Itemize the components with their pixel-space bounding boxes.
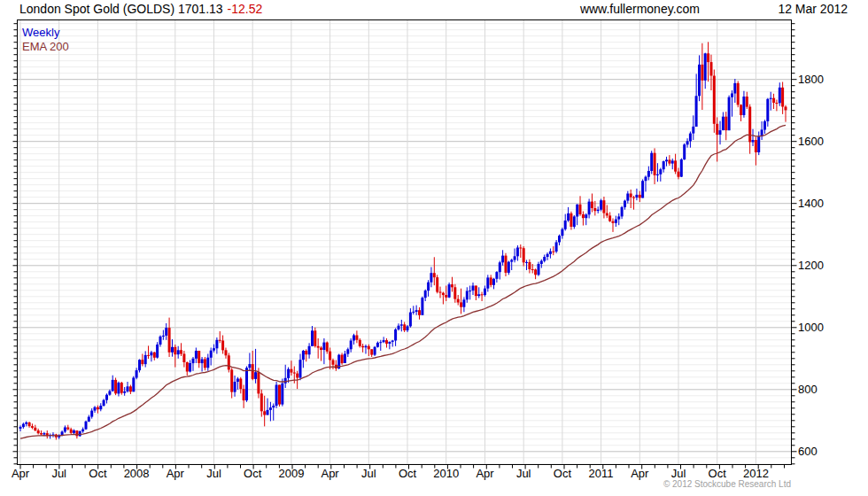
candle-body <box>234 382 236 392</box>
candle-body <box>558 236 561 242</box>
x-axis-label: 2012 <box>743 467 769 480</box>
candle <box>407 325 409 332</box>
candle-body <box>674 160 677 171</box>
candle <box>225 348 228 359</box>
candle <box>120 382 123 395</box>
candle-body <box>383 340 385 342</box>
candle <box>492 278 495 290</box>
candle-body <box>66 428 69 430</box>
candle <box>138 360 141 373</box>
candle <box>564 214 567 231</box>
candle-body <box>326 343 329 352</box>
candle <box>742 91 745 118</box>
candle <box>597 206 600 213</box>
chart-title: London Spot Gold (GOLDS) 1701.13 <box>19 2 223 16</box>
candle <box>516 245 519 261</box>
candle-body <box>221 341 224 351</box>
candle-body <box>499 262 501 272</box>
candle-body <box>424 291 427 298</box>
candle <box>748 105 751 154</box>
candle <box>322 338 325 364</box>
candle <box>165 323 167 340</box>
candle-body <box>505 256 508 273</box>
website-link: www.fullermoney.com <box>579 2 700 16</box>
candle-body <box>64 428 66 432</box>
candle-body <box>418 310 421 315</box>
candle <box>73 430 75 435</box>
candle <box>659 168 662 182</box>
candle <box>174 345 176 368</box>
candle <box>305 349 307 361</box>
candle-body <box>346 349 349 353</box>
candle-body <box>671 160 674 163</box>
candle <box>469 286 471 300</box>
candle-body <box>243 389 245 400</box>
candle-body <box>755 140 757 152</box>
candle-body <box>692 127 694 134</box>
candle-body <box>168 328 171 353</box>
candle-body <box>650 153 653 171</box>
candle-body <box>120 383 123 393</box>
candle-body <box>647 171 650 177</box>
candle <box>171 339 174 357</box>
candle <box>355 330 358 343</box>
candle <box>263 396 266 427</box>
candle <box>680 159 683 177</box>
candle-body <box>132 378 135 392</box>
candle-body <box>329 352 331 360</box>
candle-body <box>486 277 489 288</box>
candle-body <box>525 262 528 263</box>
candle-body <box>269 407 272 410</box>
candle-body <box>272 406 275 407</box>
candle-body <box>588 202 591 215</box>
candle-body <box>28 422 31 426</box>
candle-body <box>460 302 462 306</box>
candle <box>129 385 132 395</box>
candle <box>525 260 528 271</box>
candle-body <box>376 343 379 347</box>
candle-body <box>228 355 230 369</box>
candle-body <box>617 216 620 219</box>
candle-body <box>296 374 298 378</box>
candle <box>272 404 275 421</box>
candle <box>731 90 733 117</box>
candle-body <box>350 341 353 350</box>
x-axis-label: Apr <box>476 467 494 480</box>
candle <box>600 199 602 212</box>
candle-body <box>391 341 394 342</box>
candle <box>94 406 97 413</box>
candle <box>254 349 257 384</box>
candle <box>123 387 126 396</box>
candle <box>490 275 492 287</box>
x-axis-label: Apr <box>321 467 339 480</box>
candle <box>245 367 248 402</box>
x-axis-label: Apr <box>167 467 185 480</box>
candle-body <box>75 430 78 436</box>
candle-body <box>775 103 778 104</box>
candle <box>761 121 763 140</box>
candle-body <box>606 213 608 216</box>
candle <box>239 377 242 394</box>
candle-body <box>624 201 626 207</box>
candle-body <box>772 98 775 103</box>
candle-body <box>421 298 423 315</box>
candle <box>519 244 522 258</box>
candle <box>403 322 406 333</box>
candle-body <box>355 336 358 340</box>
candle-body <box>189 363 191 372</box>
candle-body <box>278 385 281 405</box>
candle <box>370 349 373 357</box>
candle-body <box>88 417 90 422</box>
candle-body <box>25 422 27 424</box>
candle-body <box>19 427 22 429</box>
candle <box>733 79 736 103</box>
candle <box>755 137 757 166</box>
candle-body <box>156 345 159 358</box>
candle-body <box>210 351 213 358</box>
candle <box>206 354 209 371</box>
candle-body <box>593 208 596 211</box>
candle-body <box>656 174 659 175</box>
candle-body <box>180 350 182 353</box>
candle <box>159 336 162 347</box>
candle <box>317 338 320 359</box>
